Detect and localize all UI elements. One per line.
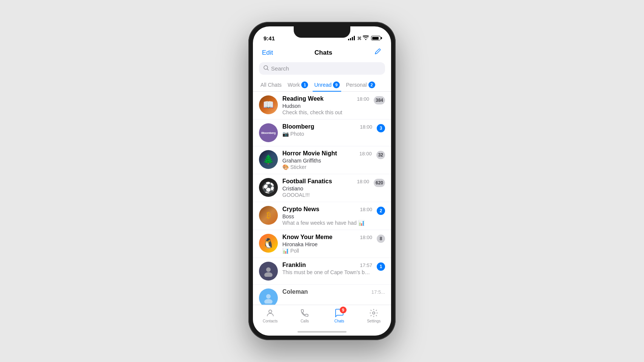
tab-bar-chats[interactable]: 9 Chats <box>322 308 357 323</box>
chat-time: 18:00 <box>357 96 369 102</box>
chat-meta: 32 <box>376 150 385 159</box>
chat-sender: Graham Griffiths <box>282 158 372 164</box>
avatar-meme: 🐧 <box>259 234 278 253</box>
chat-name: Bloomberg <box>282 123 314 130</box>
chat-time: 18:00 <box>360 124 372 130</box>
tab-all-chats[interactable]: All Chats <box>259 79 283 91</box>
chat-preview: This must be one of Cape Town's best spo… <box>282 269 372 275</box>
chat-content-meme: Know Your Meme 18:00 Hironaka Hiroe 📊 Po… <box>282 234 372 254</box>
unread-badge: 8 <box>377 235 385 243</box>
calls-icon <box>300 308 310 318</box>
avatar-coleman <box>259 288 278 306</box>
contacts-icon <box>265 308 275 318</box>
svg-point-3 <box>266 294 271 299</box>
chat-content-football: Football Fanatics 18:00 Cristiano GOOOAL… <box>282 178 369 198</box>
settings-icon <box>369 308 379 318</box>
edit-button[interactable]: Edit <box>262 49 273 57</box>
chat-item-coleman[interactable]: Coleman 17:5... <box>253 285 391 306</box>
chat-item-horror[interactable]: 🌲 Horror Movie Night 18:00 Graham Griffi… <box>253 146 391 174</box>
chat-content-reading-week: Reading Week 18:00 Hudson Check this, ch… <box>282 95 369 115</box>
chat-name: Crypto News <box>282 206 319 213</box>
chats-icon: 9 <box>334 308 344 318</box>
chat-time: 17:57 <box>360 262 372 268</box>
svg-point-4 <box>264 299 273 304</box>
status-time: 9:41 <box>263 35 275 41</box>
calls-label: Calls <box>300 319 309 323</box>
chat-preview: Check this, check this out <box>282 109 369 115</box>
search-bar[interactable]: Search <box>259 62 385 75</box>
avatar-franklin <box>259 262 278 281</box>
avatar-horror: 🌲 <box>259 150 278 169</box>
tab-bar-settings[interactable]: Settings <box>357 308 391 323</box>
chat-name: Franklin <box>282 262 306 268</box>
chat-preview: What a few weeks we have had 📊 <box>282 220 372 226</box>
chat-preview: GOOOAL!!! <box>282 192 369 198</box>
chat-time: 18:00 <box>359 151 372 156</box>
chat-preview: 📊 Poll <box>282 248 372 254</box>
chat-sender: Hudson <box>282 103 369 109</box>
svg-point-2 <box>264 272 273 277</box>
chat-list: 📖 Reading Week 18:00 Hudson Check this, … <box>253 92 391 306</box>
settings-label: Settings <box>367 319 381 323</box>
phone-frame: 9:41 ⌘ <box>248 22 396 340</box>
chat-preview: 📷 Photo <box>282 131 372 137</box>
status-icons: ⌘ <box>348 35 381 41</box>
chat-item-bloomberg[interactable]: Bloomberg Bloomberg 18:00 📷 Photo 3 <box>253 120 391 146</box>
compose-button[interactable] <box>374 48 382 58</box>
chat-sender: Boss <box>282 213 372 219</box>
tab-work[interactable]: Work 1 <box>286 79 310 91</box>
tab-unread[interactable]: Unread 9 <box>313 79 341 91</box>
chat-sender: Hironaka Hiroe <box>282 241 372 247</box>
page-title: Chats <box>314 49 332 57</box>
unread-badge: 620 <box>374 179 385 187</box>
battery-icon <box>371 36 381 40</box>
chat-content-crypto: Crypto News 18:00 Boss What a few weeks … <box>282 206 372 226</box>
chats-label: Chats <box>334 319 344 323</box>
search-placeholder: Search <box>271 65 289 72</box>
signal-icon <box>348 36 355 40</box>
unread-badge: 32 <box>376 151 385 159</box>
chat-name: Football Fanatics <box>282 178 332 185</box>
chat-time: 17:5... <box>371 289 385 295</box>
chats-tab-badge: 9 <box>340 307 347 313</box>
search-icon <box>263 65 269 72</box>
avatar-reading-week: 📖 <box>259 95 278 114</box>
chat-item-meme[interactable]: 🐧 Know Your Meme 18:00 Hironaka Hiroe 📊 … <box>253 230 391 258</box>
chat-meta: 384 <box>374 95 385 104</box>
chat-preview: 🎨 Sticker <box>282 164 372 170</box>
home-indicator <box>297 331 347 333</box>
avatar-football: ⚽ <box>259 178 278 197</box>
tab-bar-calls[interactable]: Calls <box>288 308 322 323</box>
tab-work-badge: 1 <box>301 81 308 88</box>
chat-meta: 8 <box>377 234 385 243</box>
chat-content-franklin: Franklin 17:57 This must be one of Cape … <box>282 262 372 275</box>
chat-meta: 2 <box>377 206 385 215</box>
chat-item-football[interactable]: ⚽ Football Fanatics 18:00 Cristiano GOOO… <box>253 174 391 202</box>
nav-bar: Edit Chats <box>253 44 391 59</box>
chat-time: 18:00 <box>360 207 372 212</box>
unread-badge: 2 <box>377 207 385 215</box>
chat-time: 18:00 <box>360 235 372 240</box>
svg-point-5 <box>269 310 272 313</box>
contacts-label: Contacts <box>263 319 277 323</box>
chat-meta: 620 <box>374 178 385 187</box>
chat-meta: 1 <box>377 262 385 271</box>
chat-item-franklin[interactable]: Franklin 17:57 This must be one of Cape … <box>253 258 391 285</box>
chat-name: Horror Movie Night <box>282 150 337 157</box>
phone-screen: 9:41 ⌘ <box>253 26 391 336</box>
unread-badge: 384 <box>374 96 385 104</box>
tab-personal[interactable]: Personal 2 <box>344 79 376 91</box>
tab-bar-contacts[interactable]: Contacts <box>253 308 288 323</box>
svg-point-6 <box>373 312 375 314</box>
tab-personal-badge: 2 <box>368 81 375 88</box>
chat-content-bloomberg: Bloomberg 18:00 📷 Photo <box>282 123 372 137</box>
chat-meta: 3 <box>377 123 385 132</box>
unread-badge: 1 <box>377 262 385 271</box>
phone-wrapper: 9:41 ⌘ <box>248 22 396 340</box>
avatar-bloomberg: Bloomberg <box>259 123 278 142</box>
wifi-icon: ⌘ <box>357 35 369 41</box>
avatar-crypto: ₿ <box>259 206 278 225</box>
chat-item-crypto[interactable]: ₿ Crypto News 18:00 Boss What a few week… <box>253 202 391 230</box>
chat-sender: Cristiano <box>282 186 369 192</box>
chat-item-reading-week[interactable]: 📖 Reading Week 18:00 Hudson Check this, … <box>253 92 391 120</box>
